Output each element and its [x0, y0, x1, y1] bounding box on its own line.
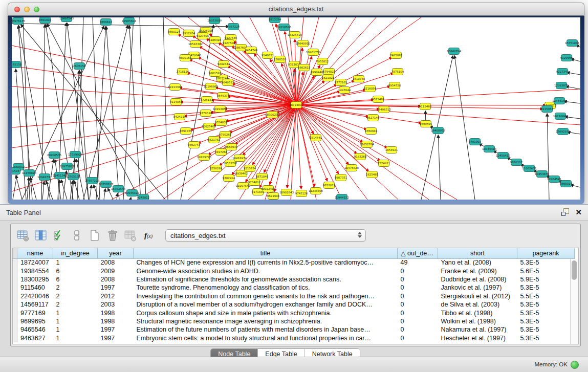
table-row[interactable]: 1938455462009Genome-wide association stu…	[13, 267, 575, 275]
window-titlebar[interactable]: citations_edges.txt	[8, 3, 584, 16]
graph-node[interactable]: 2165150	[12, 61, 22, 68]
graph-node[interactable]: 9621904	[267, 193, 280, 200]
graph-node[interactable]: 9777165	[335, 79, 347, 86]
graph-node[interactable]: 7859612	[100, 19, 113, 26]
graph-node[interactable]: 2805150	[73, 63, 86, 70]
graph-node[interactable]: 12497543	[59, 17, 74, 22]
graph-node[interactable]: 10358107	[99, 181, 113, 188]
graph-node[interactable]: 16961758	[306, 49, 320, 56]
graph-node[interactable]: 9515469	[372, 96, 385, 103]
graph-node[interactable]: 15692931	[556, 128, 570, 135]
graph-node[interactable]: 9745126	[295, 190, 308, 197]
graph-node[interactable]: 9242844	[217, 61, 230, 68]
graph-node[interactable]: 10945422	[125, 190, 139, 196]
graph-node[interactable]: 16782543	[111, 186, 125, 192]
graph-node[interactable]: 10025409	[202, 123, 216, 130]
column-header[interactable]: pagerank	[517, 248, 575, 258]
close-panel-icon[interactable]: ✕	[575, 208, 582, 216]
graph-node[interactable]: 8652019	[323, 182, 336, 189]
graph-node[interactable]: 8660124	[168, 29, 181, 35]
graph-node[interactable]: 10022415	[261, 186, 275, 192]
column-header[interactable]: short	[438, 248, 517, 258]
graph-node[interactable]: 2718126	[177, 69, 189, 75]
graph-node[interactable]: 11156823	[22, 170, 36, 177]
rows-icon[interactable]	[70, 228, 84, 243]
table-row[interactable]: 969969511998Structural magnetic resonanc…	[13, 317, 575, 325]
graph-node[interactable]: 1810748	[353, 76, 365, 82]
graph-node[interactable]: 18300295	[265, 112, 279, 118]
graph-node[interactable]: 10453876	[535, 171, 549, 178]
table-row[interactable]: 946362711997Embryonic stem cells: a mode…	[13, 334, 575, 342]
graph-node[interactable]: 1588520	[274, 56, 287, 63]
graph-node[interactable]: 1621022	[322, 75, 335, 81]
graph-node[interactable]: 17957223	[85, 178, 99, 184]
graph-node[interactable]: 9245012	[137, 194, 150, 200]
graph-node[interactable]: 8760941	[365, 128, 378, 135]
graph-node[interactable]: 7875109	[391, 69, 404, 75]
graph-node[interactable]: 12985604	[122, 18, 136, 25]
graph-node[interactable]: 8186328	[209, 37, 222, 43]
graph-node[interactable]: 1825485	[366, 171, 379, 178]
graph-node[interactable]: 9379318	[200, 110, 212, 117]
graph-node[interactable]: 10193057	[213, 106, 227, 113]
table-row[interactable]: 1830029562008Estimation of significance …	[13, 275, 575, 283]
delete-icon[interactable]	[105, 228, 120, 243]
graph-node[interactable]: 7955812	[316, 58, 329, 65]
column-header[interactable]: year	[98, 248, 134, 258]
table-select-dropdown[interactable]: citations_edges.txt	[165, 229, 366, 242]
graph-node[interactable]: 16496312	[377, 106, 391, 113]
graph-node[interactable]: 10418974	[232, 155, 247, 162]
graph-node[interactable]: 8454749	[245, 47, 258, 54]
graph-node[interactable]: 8691402	[39, 17, 52, 24]
graph-node[interactable]: 19218586	[277, 24, 291, 31]
graph-node[interactable]: 9146821	[262, 52, 274, 59]
graph-node[interactable]: 8871046	[256, 173, 269, 180]
table-row[interactable]: 946554611997Estimation of the future num…	[13, 325, 575, 334]
graph-node[interactable]: 9527146	[367, 115, 380, 121]
graph-node[interactable]: 9302204	[223, 175, 235, 182]
graph-node[interactable]: 9668931	[225, 144, 238, 150]
graph-node[interactable]: 16053809	[207, 17, 222, 24]
graph-node[interactable]: 10476528	[344, 165, 359, 171]
graph-node[interactable]: 8216054	[364, 85, 377, 92]
graph-node[interactable]: 9127508	[223, 40, 235, 47]
table-row[interactable]: 911546021997Tourette syndrome. Phenomeno…	[13, 283, 575, 292]
graph-node[interactable]: 16976135	[12, 18, 25, 25]
graph-node[interactable]: 12064521	[547, 176, 561, 183]
graph-node[interactable]: 10196862	[204, 83, 218, 90]
import-table-icon[interactable]	[123, 228, 138, 243]
graph-node[interactable]: 9049512	[222, 79, 234, 86]
graph-node[interactable]: 11451341	[53, 172, 67, 179]
graph-node[interactable]: 9183260	[354, 154, 367, 160]
graph-node[interactable]: 9554031	[215, 119, 228, 126]
graph-node[interactable]: 1514545	[310, 135, 322, 141]
graph-node[interactable]: 9127505	[197, 33, 209, 39]
graph-node[interactable]: 9462743	[188, 142, 201, 148]
graph-node[interactable]: 8790265	[219, 132, 232, 138]
graph-node[interactable]: 18724007	[289, 102, 303, 108]
graph-node[interactable]: 1854921	[385, 147, 398, 154]
graph-node[interactable]: 7957224	[227, 24, 240, 30]
graph-node[interactable]: 17359926	[68, 151, 82, 158]
graph-node[interactable]: 8912954	[183, 30, 195, 37]
network-canvas[interactable]: 1872400718300295866012489129541822605891…	[12, 17, 580, 200]
graph-node[interactable]: 3915947	[12, 168, 21, 174]
graph-node[interactable]: 6794022	[323, 69, 336, 75]
table-row[interactable]: 977716911998Corpus callosum shape and si…	[13, 309, 575, 317]
function-builder-icon[interactable]: f(x)	[141, 228, 156, 243]
graph-node[interactable]: 11052764	[360, 141, 374, 148]
column-header[interactable]: △ out_de…	[398, 248, 438, 258]
graph-node[interactable]: 8556269	[210, 165, 223, 172]
graph-node[interactable]: 8649374	[217, 93, 230, 99]
graph-node[interactable]: 1524911	[378, 160, 390, 167]
graph-node[interactable]: 1662615	[298, 64, 311, 71]
graph-node[interactable]: 10945418	[482, 146, 496, 152]
column-header[interactable]: in_degree	[53, 248, 98, 258]
graph-node[interactable]: 11062437	[522, 165, 536, 172]
graph-node[interactable]: 12213383	[168, 84, 182, 91]
column-view-icon[interactable]	[34, 228, 48, 243]
graph-node[interactable]: 12093872	[554, 82, 569, 89]
scrollbar-thumb[interactable]	[572, 260, 577, 280]
graph-node[interactable]: 12444159	[552, 98, 567, 104]
graph-node[interactable]: 9129966	[560, 55, 573, 61]
